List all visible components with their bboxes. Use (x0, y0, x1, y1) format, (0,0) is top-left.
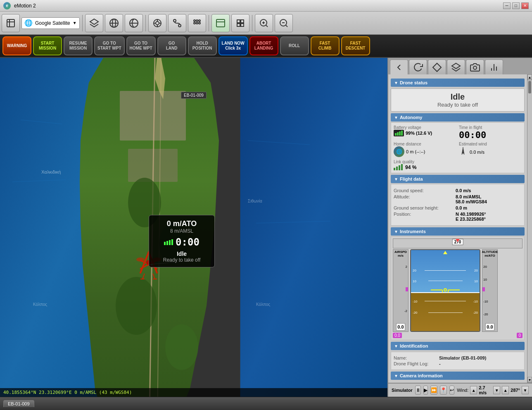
home-distance-value: 0 m (--:--) (406, 149, 425, 154)
map-style-button[interactable] (125, 14, 143, 32)
roll-button[interactable]: ROLL (280, 36, 309, 55)
resume-mission-button[interactable]: RESUME MISSION (64, 36, 93, 55)
layers-button[interactable] (85, 14, 103, 32)
battery-indicator (164, 239, 173, 245)
maximize-button[interactable]: □ (512, 2, 520, 9)
zoom-out-button[interactable] (275, 14, 293, 32)
abort-landing-button[interactable]: ABORT LANDING (249, 36, 278, 55)
goto-home-wpt-button[interactable]: GO TO HOME WPT (126, 36, 156, 55)
wind-down-button[interactable]: ▼ (493, 386, 500, 394)
tab-camera[interactable] (466, 60, 484, 74)
panel-tabs (388, 58, 532, 74)
plugin-button[interactable] (231, 14, 249, 32)
scroll-track[interactable] (527, 80, 532, 377)
battery-value: 99% (12.6 V) (406, 131, 432, 136)
panel-content: ▼ Drone status Idle Ready to take off ▼ … (388, 74, 527, 383)
flight-log-label: Drone Flight Log: (394, 361, 439, 366)
camera-header: ▼ Camera information (391, 372, 525, 380)
hold-position-button[interactable]: HOLD POSITION (188, 36, 217, 55)
scroll-thumb[interactable] (528, 81, 531, 93)
warning-button[interactable]: WARNING (2, 36, 31, 55)
toolbar-separator-2 (145, 15, 146, 31)
drone-status-sub: Ready to take off (394, 102, 521, 108)
battery-bar-1 (164, 242, 166, 245)
svg-line-66 (153, 274, 155, 279)
sim-location-button[interactable]: 📍 (440, 386, 447, 395)
content-area: Χαλκιδική Σιθωνία Κόλπος Κόλπος EB-01-00… (0, 58, 532, 397)
start-mission-button[interactable]: START MISSION (33, 36, 62, 55)
bottom-tab-1[interactable]: EB-01-009 (3, 400, 34, 407)
flight-data-content: Ground speed: 0.0 m/s Altitude: 8.0 m/AM… (391, 184, 525, 226)
go-land-button[interactable]: GO LAND (157, 36, 186, 55)
sim-pause-button[interactable]: ⏸ (415, 386, 421, 395)
alt-mark-10: 10 (483, 278, 487, 281)
svg-point-22 (199, 22, 200, 24)
scroll-down-button[interactable]: ▼ (527, 377, 532, 383)
drone-status-line1: Idle (155, 250, 209, 257)
pitch-line-10 (428, 281, 463, 281)
svg-text:Κόλπος: Κόλπος (256, 302, 270, 307)
artificial-horizon: 20 20 10 10 -10 -10 (410, 249, 480, 332)
link-display: 94 % (394, 164, 522, 170)
app-title: eMotion 2 (14, 3, 36, 9)
zoom-in-button[interactable] (255, 14, 273, 32)
battery-bar-2 (166, 241, 168, 245)
pitch-label-10-left: 10 (413, 279, 416, 283)
home-globe-icon: 🌐 (394, 146, 404, 157)
mission-bar: WARNING START MISSION RESUME MISSION GO … (0, 35, 532, 58)
bottom-bar: EB-01-009 (0, 397, 532, 410)
altitude-label: ALTITUDE m/ATO (481, 250, 499, 259)
tab-diamond[interactable] (428, 60, 446, 74)
battery-voltage-label: Battery voltage (394, 125, 456, 130)
ground-speed-value: 0.0 m/s (456, 188, 471, 193)
autonomy-content: Battery voltage 99% (12.6 V) (391, 122, 525, 173)
sig-bar-3 (399, 165, 400, 170)
svg-marker-76 (462, 147, 464, 155)
svg-point-9 (156, 21, 159, 25)
map-container[interactable]: Χαλκιδική Σιθωνία Κόλπος Κόλπος EB-01-00… (0, 58, 387, 397)
goto-start-wpt-button[interactable]: GO TO START WPT (94, 36, 125, 55)
route-button[interactable] (168, 14, 186, 32)
globe-button[interactable] (105, 14, 123, 32)
tab-rotate[interactable] (409, 60, 427, 74)
wind-dir-up-button[interactable]: ▲ (502, 386, 509, 394)
fast-descent-button[interactable]: FAST DESCENT (341, 36, 370, 55)
pitch-label-neg10-left: -10 (413, 300, 418, 303)
svg-point-17 (194, 20, 195, 21)
map-type-selector[interactable]: 🌐 Google Satellite ▼ (21, 17, 80, 29)
sim-play-button[interactable]: ▶ (423, 386, 428, 395)
waypoint-button[interactable] (148, 14, 166, 32)
sim-fastforward-button[interactable]: ⏩ (430, 386, 437, 395)
close-button[interactable]: ✕ (521, 2, 529, 9)
altitude-indicator (482, 287, 485, 291)
name-value: Simulator (EB-01-009) (439, 355, 486, 360)
coordinates-bar: 40.1855364°N 23.3120699°E 0 m/AMSL (43 m… (0, 388, 387, 397)
altitude-row: Altitude: 8.0 m/AMSL 58.0 m/WGS84 (394, 194, 522, 204)
wind-up-button[interactable]: ▲ (470, 386, 477, 394)
flight-log-value: - (439, 361, 441, 366)
tab-chart[interactable] (485, 60, 503, 74)
wind-compass-icon (459, 146, 467, 158)
tab-layers[interactable] (447, 60, 465, 74)
tools-button[interactable] (188, 14, 206, 32)
airspeed-scale: AIRSPD m/s 2 -2 0.0 (393, 249, 408, 332)
fast-climb-button[interactable]: FAST CLIMB (311, 36, 340, 55)
tab-drone-status[interactable] (390, 60, 408, 74)
airspeed-value-box: 0.0 (396, 323, 405, 331)
svg-rect-37 (240, 58, 387, 397)
sim-return-button[interactable]: ↩ (449, 386, 454, 395)
pitch-label-neg10-right: -10 (473, 300, 478, 303)
horizon-container: AIRSPD m/s 2 -2 0.0 (393, 249, 522, 332)
link-quality-value: 94 % (405, 164, 416, 170)
new-mission-button[interactable] (2, 14, 20, 32)
simulator-label: Simulator (392, 388, 413, 393)
land-now-button[interactable]: LAND NOW Click 3x (218, 36, 248, 55)
minimize-button[interactable]: ─ (503, 2, 511, 9)
wind-dir-down-button[interactable]: ▼ (522, 386, 529, 394)
identification-header: ▼ Identification (391, 342, 525, 350)
altitude-value-block: 8.0 m/AMSL 58.0 m/WGS84 (456, 194, 487, 204)
pitch-roll-display: 0.0 (393, 333, 402, 338)
scroll-up-button[interactable]: ▲ (527, 74, 532, 80)
active-tool-button[interactable] (211, 14, 230, 32)
airspeed-mark-2: 2 (406, 265, 407, 269)
